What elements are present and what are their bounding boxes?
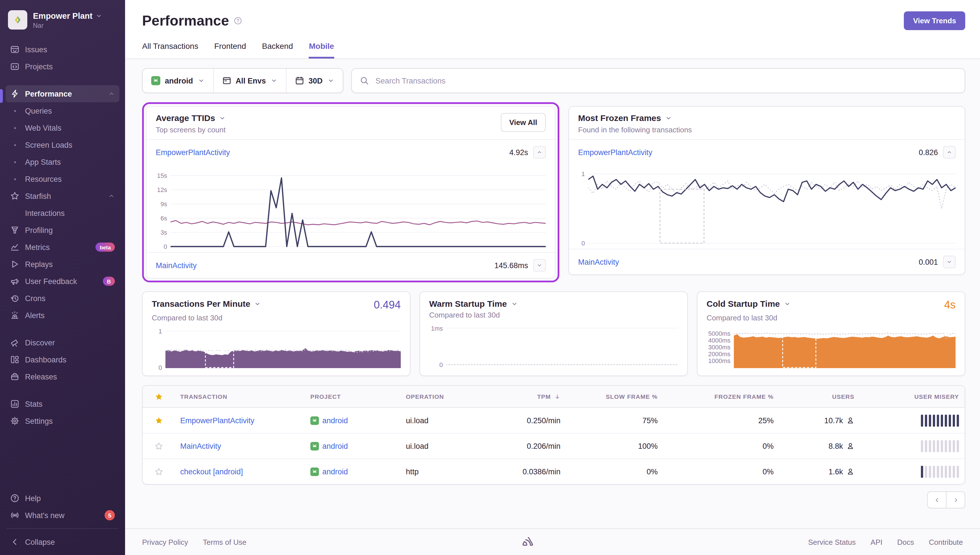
ttid-chart[interactable] — [170, 168, 546, 248]
column-header-tpm[interactable]: TPM — [484, 393, 566, 400]
sidebar-item-alerts[interactable]: Alerts — [6, 307, 119, 324]
project-link[interactable]: android — [322, 467, 348, 476]
avg-ttids-title-dropdown[interactable]: Average TTIDs — [156, 113, 226, 123]
tpm-chart[interactable] — [165, 328, 401, 369]
sidebar-item-releases[interactable]: Releases — [6, 368, 119, 385]
column-header-project[interactable]: PROJECT — [305, 393, 400, 400]
android-icon — [310, 442, 319, 450]
transaction-link[interactable]: EmpowerPlantActivity — [578, 148, 652, 157]
cold-startup-chart[interactable] — [734, 328, 956, 369]
tpm-subtitle: Compared to last 30d — [152, 314, 401, 322]
sidebar-item-label: Screen Loads — [25, 141, 115, 149]
terms-of-use-link[interactable]: Terms of Use — [203, 538, 246, 546]
next-page-button[interactable] — [946, 491, 965, 508]
project-link[interactable]: android — [322, 416, 348, 425]
column-header-misery[interactable]: USER MISERY — [860, 393, 965, 400]
contribute-link[interactable]: Contribute — [929, 538, 963, 546]
frozen-frame-value: 25% — [758, 416, 774, 425]
star-outline-icon[interactable] — [154, 467, 163, 476]
frozen-frames-chart[interactable] — [588, 168, 956, 244]
sidebar-item-metrics[interactable]: Metricsbeta — [6, 239, 119, 256]
tpm-title-dropdown[interactable]: Transactions Per Minute — [152, 299, 261, 308]
cold-startup-card: Cold Startup Time 4s Compared to last 30… — [697, 292, 965, 376]
cold-y-axis: 5000ms4000ms3000ms2000ms1000ms — [707, 328, 734, 369]
docs-link[interactable]: Docs — [897, 538, 914, 546]
sidebar-item-stats[interactable]: Stats — [6, 395, 119, 412]
column-header-frozen[interactable]: FROZEN FRAME % — [664, 393, 779, 400]
megaphone-icon — [10, 277, 19, 286]
cold-startup-title-dropdown[interactable]: Cold Startup Time — [707, 299, 791, 308]
view-trends-button[interactable]: View Trends — [904, 11, 965, 30]
transaction-link[interactable]: MainActivity — [180, 442, 221, 450]
sidebar-item-user-feedback[interactable]: User FeedbackB — [6, 273, 119, 290]
collapse-row-button[interactable] — [943, 146, 956, 159]
tab-bar: All TransactionsFrontendBackendMobile — [142, 42, 965, 58]
sidebar-item-resources[interactable]: Resources — [6, 170, 119, 188]
collapse-row-button[interactable] — [533, 146, 546, 159]
transaction-link[interactable]: MainActivity — [578, 258, 619, 266]
expand-row-button[interactable] — [533, 259, 546, 271]
transaction-link[interactable]: EmpowerPlantActivity — [180, 416, 254, 425]
star-outline-icon[interactable] — [154, 442, 163, 450]
sidebar-item-app-starts[interactable]: App Starts — [6, 153, 119, 170]
sidebar-item-what-s-new[interactable]: What's new5 — [6, 507, 119, 524]
sidebar-item-label: Profiling — [25, 226, 115, 234]
column-header-transaction[interactable]: TRANSACTION — [175, 393, 305, 400]
sidebar-item-help[interactable]: Help — [6, 490, 119, 507]
tab-mobile[interactable]: Mobile — [309, 42, 334, 58]
users-count: 1.6k — [829, 467, 843, 476]
api-link[interactable]: API — [871, 538, 882, 546]
project-link[interactable]: android — [322, 442, 348, 450]
sidebar-item-starfish[interactable]: Starfish — [6, 188, 119, 204]
frozen-frames-title-dropdown[interactable]: Most Frozen Frames — [578, 113, 692, 123]
column-header-users[interactable]: USERS — [779, 393, 860, 400]
sidebar-item-replays[interactable]: Replays — [6, 256, 119, 273]
ttid-chart-block: 15s12s9s6s3s0 — [147, 165, 555, 252]
project-filter[interactable]: android — [143, 69, 213, 93]
search-input[interactable] — [374, 76, 957, 85]
sidebar-item-label: Help — [25, 494, 115, 502]
warm-startup-chart[interactable] — [446, 325, 678, 366]
tpm-chart-svg — [165, 328, 401, 369]
environment-filter[interactable]: All Envs — [213, 69, 286, 93]
sidebar-item-web-vitals[interactable]: Web Vitals — [6, 119, 119, 136]
previous-page-button[interactable] — [927, 491, 946, 508]
sidebar-item-collapse[interactable]: Collapse — [6, 533, 119, 550]
column-header-slow[interactable]: SLOW FRAME % — [566, 393, 664, 400]
help-icon — [10, 494, 19, 503]
tab-backend[interactable]: Backend — [262, 42, 293, 58]
sidebar-divider — [7, 528, 118, 529]
sidebar-item-screen-loads[interactable]: Screen Loads — [6, 136, 119, 153]
warm-startup-title-dropdown[interactable]: Warm Startup Time — [429, 299, 517, 308]
frozen-chart-block: 10 — [569, 165, 965, 249]
sidebar-item-settings[interactable]: Settings — [6, 412, 119, 430]
sidebar-item-discover[interactable]: Discover — [6, 334, 119, 351]
sidebar-item-interactions[interactable]: Interactions — [6, 204, 119, 221]
dashboards-icon — [10, 355, 19, 364]
table-row-mainactivity: MainActivityandroidui.load0.206/min100%0… — [143, 433, 965, 459]
transaction-link[interactable]: checkout [android] — [180, 467, 243, 476]
sidebar-item-performance[interactable]: Performance — [6, 85, 119, 102]
sidebar-item-queries[interactable]: Queries — [6, 102, 119, 119]
transaction-link[interactable]: EmpowerPlantActivity — [156, 148, 230, 157]
star-filled-icon[interactable] — [154, 416, 163, 425]
org-switcher[interactable]: Empower Plant Nar — [0, 7, 125, 33]
column-header-operation[interactable]: OPERATION — [400, 393, 484, 400]
sidebar-item-crons[interactable]: Crons — [6, 290, 119, 307]
tab-all-transactions[interactable]: All Transactions — [142, 42, 198, 58]
metrics-icon — [10, 242, 19, 252]
privacy-policy-link[interactable]: Privacy Policy — [142, 538, 188, 546]
sidebar-item-profiling[interactable]: Profiling — [6, 221, 119, 239]
view-all-button[interactable]: View All — [501, 113, 546, 132]
tab-frontend[interactable]: Frontend — [214, 42, 246, 58]
sidebar-item-issues[interactable]: Issues — [6, 41, 119, 58]
chevron-up-icon — [946, 149, 952, 155]
sidebar-item-dashboards[interactable]: Dashboards — [6, 351, 119, 368]
service-status-link[interactable]: Service Status — [808, 538, 856, 546]
transaction-link[interactable]: MainActivity — [156, 261, 197, 269]
date-range-filter[interactable]: 30D — [286, 69, 343, 93]
column-header-star — [143, 392, 175, 401]
sidebar-item-projects[interactable]: Projects — [6, 58, 119, 75]
expand-row-button[interactable] — [943, 256, 956, 268]
stats-icon — [10, 399, 19, 409]
